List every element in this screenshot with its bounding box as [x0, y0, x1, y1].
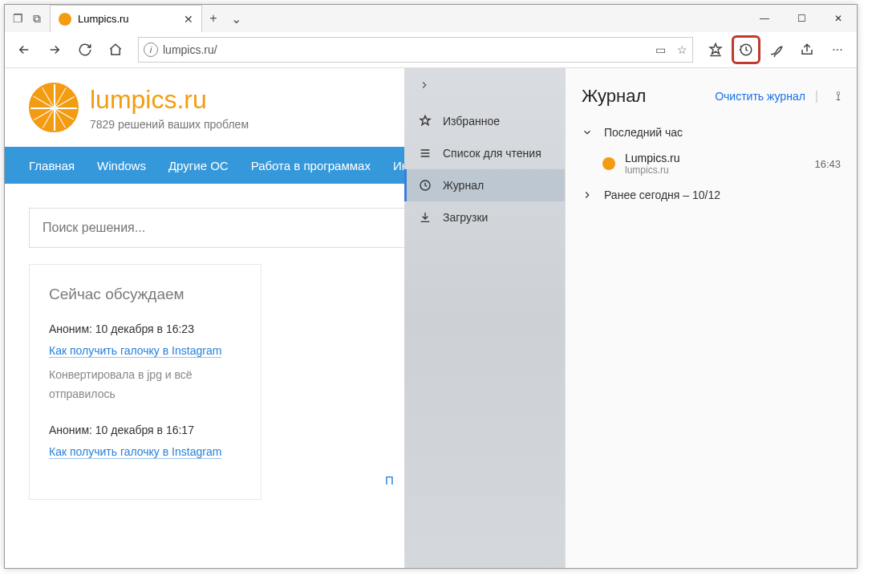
site-name: lumpics.ru	[90, 85, 249, 115]
favicon-icon	[59, 13, 71, 26]
comment-body: Конвертировала в jpg и всё отправилось	[49, 366, 241, 404]
comment-author: Аноним: 10 декабря в 16:23	[49, 322, 241, 335]
partial-text: П	[385, 473, 394, 487]
nav-link[interactable]: Главная	[18, 159, 86, 172]
hub-item-label: Список для чтения	[443, 147, 541, 160]
close-window-button[interactable]: ✕	[820, 5, 857, 32]
comment-link[interactable]: Как получить галочку в Instagram	[49, 445, 221, 459]
hub-item-label: Загрузки	[443, 211, 488, 224]
history-panel: Журнал Очистить журнал | ⟟ Последний час…	[565, 68, 857, 568]
history-hub-button[interactable]	[732, 35, 760, 64]
share-button[interactable]	[793, 35, 821, 64]
favorites-hub-button[interactable]	[701, 35, 730, 64]
history-section-toggle[interactable]: Ранее сегодня – 10/12	[566, 182, 857, 208]
history-entry-domain: lumpics.ru	[625, 164, 679, 176]
hub-reading-list[interactable]: Список для чтения	[404, 137, 565, 169]
favorite-star-icon[interactable]: ☆	[677, 43, 687, 56]
discuss-item: Аноним: 10 декабря в 16:17 Как получить …	[49, 424, 241, 459]
hub-item-label: Избранное	[443, 115, 500, 128]
history-entry[interactable]: Lumpics.ru lumpics.ru 16:43	[566, 145, 857, 182]
maximize-button[interactable]: ☐	[783, 5, 820, 32]
tab-title: Lumpics.ru	[78, 13, 129, 25]
new-tab-button[interactable]: +	[202, 5, 225, 32]
hub-item-label: Журнал	[443, 179, 484, 192]
home-button[interactable]	[101, 35, 130, 64]
chevron-right-icon	[582, 189, 593, 201]
history-title: Журнал	[582, 86, 646, 107]
back-button[interactable]	[10, 35, 39, 64]
history-entry-time: 16:43	[814, 158, 841, 170]
discuss-item: Аноним: 10 декабря в 16:23 Как получить …	[49, 322, 241, 404]
hub-history[interactable]: Журнал	[404, 169, 565, 201]
hub-favorites[interactable]: Избранное	[404, 105, 565, 137]
close-tab-icon[interactable]: ✕	[184, 13, 193, 26]
nav-link[interactable]: Windows	[86, 159, 157, 172]
discuss-widget: Сейчас обсуждаем Аноним: 10 декабря в 16…	[29, 264, 262, 500]
nav-link[interactable]: Другие ОС	[157, 159, 240, 172]
forward-button[interactable]	[40, 35, 69, 64]
reading-view-icon[interactable]: ▭	[655, 43, 666, 56]
history-section-toggle[interactable]: Последний час	[566, 120, 857, 145]
window-titlebar: ❐ ⧉ Lumpics.ru ✕ + ⌄ — ☐ ✕	[5, 5, 857, 32]
site-tagline: 7829 решений ваших проблем	[90, 118, 249, 131]
set-aside-icon[interactable]: ⧉	[30, 12, 43, 25]
discuss-heading: Сейчас обсуждаем	[49, 286, 241, 303]
history-section-label: Ранее сегодня – 10/12	[604, 189, 720, 201]
hub-expand-icon[interactable]	[404, 68, 565, 105]
tab-preview-icon[interactable]: ❐	[11, 12, 24, 25]
minimize-button[interactable]: —	[746, 5, 783, 32]
more-button[interactable]: ···	[823, 35, 852, 64]
nav-link[interactable]: Работа в программах	[240, 159, 382, 172]
site-logo-icon	[29, 83, 79, 132]
browser-tab[interactable]: Lumpics.ru ✕	[50, 5, 202, 32]
history-entry-title: Lumpics.ru	[625, 152, 679, 164]
notes-button[interactable]	[762, 35, 791, 64]
comment-author: Аноним: 10 декабря в 16:17	[49, 424, 241, 436]
chevron-down-icon	[582, 127, 593, 138]
refresh-button[interactable]	[71, 35, 99, 64]
hub-panel: Избранное Список для чтения Журнал Загру…	[404, 68, 857, 568]
site-info-icon[interactable]: i	[144, 43, 158, 57]
comment-link[interactable]: Как получить галочку в Instagram	[49, 344, 221, 358]
hub-downloads[interactable]: Загрузки	[404, 201, 565, 233]
tab-dropdown-icon[interactable]: ⌄	[225, 5, 247, 32]
favicon-icon	[602, 157, 615, 170]
pin-icon[interactable]: ⟟	[836, 89, 841, 103]
address-bar[interactable]: i lumpics.ru/ ▭ ☆	[138, 37, 693, 63]
url-text: lumpics.ru/	[163, 43, 217, 56]
history-section-label: Последний час	[604, 126, 683, 139]
hub-nav: Избранное Список для чтения Журнал Загру…	[404, 68, 565, 568]
browser-toolbar: i lumpics.ru/ ▭ ☆ ···	[5, 32, 857, 68]
clear-history-link[interactable]: Очистить журнал	[715, 90, 805, 103]
